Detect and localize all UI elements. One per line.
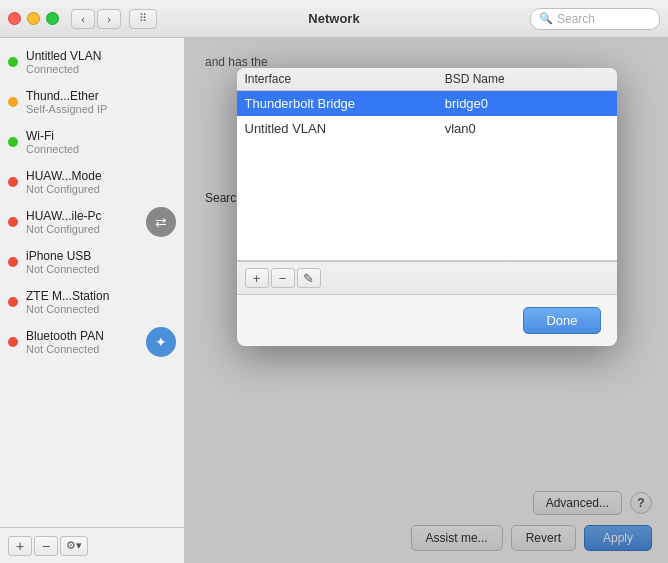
modal-add-button[interactable]: + bbox=[245, 268, 269, 288]
sidebar-item-status: Connected bbox=[26, 63, 101, 75]
modal-edit-button[interactable]: ✎ bbox=[297, 268, 321, 288]
modal-table-spacer bbox=[237, 141, 617, 261]
modal-footer: Done bbox=[237, 295, 617, 346]
nav-buttons: ‹ › bbox=[71, 9, 121, 29]
cell-bsd: vlan0 bbox=[445, 121, 609, 136]
sidebar-icon-area: ⇄ bbox=[146, 207, 176, 237]
search-placeholder: Search bbox=[557, 12, 595, 26]
sidebar-item-bluetooth-pan[interactable]: Bluetooth PAN Not Connected ✦ bbox=[0, 322, 184, 362]
sidebar-item-zte-station[interactable]: ZTE M...Station Not Connected bbox=[0, 282, 184, 322]
sidebar-item-status: Not Connected bbox=[26, 343, 104, 355]
modal-table-header: Interface BSD Name bbox=[237, 68, 617, 91]
modal-overlay: Interface BSD Name Thunderbolt Bridge br… bbox=[185, 38, 668, 563]
cell-interface: Untitled VLAN bbox=[245, 121, 445, 136]
connection-icon: ⇄ bbox=[146, 207, 176, 237]
sidebar-item-status: Not Connected bbox=[26, 263, 99, 275]
minimize-button[interactable] bbox=[27, 12, 40, 25]
sidebar-item-name: Untitled VLAN bbox=[26, 49, 101, 63]
sidebar-item-name: HUAW...Mode bbox=[26, 169, 102, 183]
maximize-button[interactable] bbox=[46, 12, 59, 25]
status-dot-yellow bbox=[8, 97, 18, 107]
add-network-button[interactable]: + bbox=[8, 536, 32, 556]
sidebar-item-name: ZTE M...Station bbox=[26, 289, 109, 303]
table-row[interactable]: Thunderbolt Bridge bridge0 bbox=[237, 91, 617, 116]
grid-button[interactable]: ⠿ bbox=[129, 9, 157, 29]
traffic-lights bbox=[8, 12, 59, 25]
sidebar-item-status: Not Configured bbox=[26, 223, 102, 235]
main-area: Untitled VLAN Connected Thund...Ether Se… bbox=[0, 38, 668, 563]
status-dot-red bbox=[8, 337, 18, 347]
status-dot-green bbox=[8, 137, 18, 147]
status-dot-red bbox=[8, 257, 18, 267]
sidebar-list: Untitled VLAN Connected Thund...Ether Se… bbox=[0, 38, 184, 527]
search-icon: 🔍 bbox=[539, 12, 553, 25]
sidebar-item-status: Not Configured bbox=[26, 183, 102, 195]
gear-menu-button[interactable]: ⚙▾ bbox=[60, 536, 88, 556]
sidebar-item-status: Not Connected bbox=[26, 303, 109, 315]
status-dot-green bbox=[8, 57, 18, 67]
sidebar-item-huawei-ilepc[interactable]: HUAW...ile-Pc Not Configured ⇄ bbox=[0, 202, 184, 242]
sidebar-item-huawei-mode[interactable]: HUAW...Mode Not Configured bbox=[0, 162, 184, 202]
sidebar-item-name: Bluetooth PAN bbox=[26, 329, 104, 343]
status-dot-red bbox=[8, 217, 18, 227]
sidebar-item-name: Thund...Ether bbox=[26, 89, 107, 103]
sidebar-item-name: iPhone USB bbox=[26, 249, 99, 263]
sidebar-item-thunderbolt-ether[interactable]: Thund...Ether Self-Assigned IP bbox=[0, 82, 184, 122]
sidebar-item-status: Connected bbox=[26, 143, 79, 155]
search-box[interactable]: 🔍 Search bbox=[530, 8, 660, 30]
sidebar-item-status: Self-Assigned IP bbox=[26, 103, 107, 115]
sidebar-item-untitled-vlan[interactable]: Untitled VLAN Connected bbox=[0, 42, 184, 82]
sidebar-item-name: Wi-Fi bbox=[26, 129, 79, 143]
sidebar-toolbar: + − ⚙▾ bbox=[0, 527, 184, 563]
bluetooth-icon: ✦ bbox=[146, 327, 176, 357]
modal-table: Interface BSD Name Thunderbolt Bridge br… bbox=[237, 68, 617, 262]
cell-bsd: bridge0 bbox=[445, 96, 609, 111]
modal-toolbar: + − ✎ bbox=[237, 262, 617, 295]
content-area: and has the Search Domains: Advanced... … bbox=[185, 38, 668, 563]
titlebar: ‹ › ⠿ Network 🔍 Search bbox=[0, 0, 668, 38]
modal-dialog: Interface BSD Name Thunderbolt Bridge br… bbox=[237, 68, 617, 346]
cell-interface: Thunderbolt Bridge bbox=[245, 96, 445, 111]
remove-network-button[interactable]: − bbox=[34, 536, 58, 556]
back-button[interactable]: ‹ bbox=[71, 9, 95, 29]
status-dot-red bbox=[8, 297, 18, 307]
sidebar-item-name: HUAW...ile-Pc bbox=[26, 209, 102, 223]
sidebar-item-iphone-usb[interactable]: iPhone USB Not Connected bbox=[0, 242, 184, 282]
status-dot-red bbox=[8, 177, 18, 187]
sidebar-icon-area: ✦ bbox=[146, 327, 176, 357]
column-header-interface: Interface bbox=[245, 72, 445, 86]
sidebar: Untitled VLAN Connected Thund...Ether Se… bbox=[0, 38, 185, 563]
modal-table-body: Thunderbolt Bridge bridge0 Untitled VLAN… bbox=[237, 91, 617, 141]
table-row[interactable]: Untitled VLAN vlan0 bbox=[237, 116, 617, 141]
close-button[interactable] bbox=[8, 12, 21, 25]
column-header-bsd: BSD Name bbox=[445, 72, 609, 86]
window-title: Network bbox=[308, 11, 359, 26]
modal-remove-button[interactable]: − bbox=[271, 268, 295, 288]
done-button[interactable]: Done bbox=[523, 307, 600, 334]
sidebar-item-wifi[interactable]: Wi-Fi Connected bbox=[0, 122, 184, 162]
forward-button[interactable]: › bbox=[97, 9, 121, 29]
